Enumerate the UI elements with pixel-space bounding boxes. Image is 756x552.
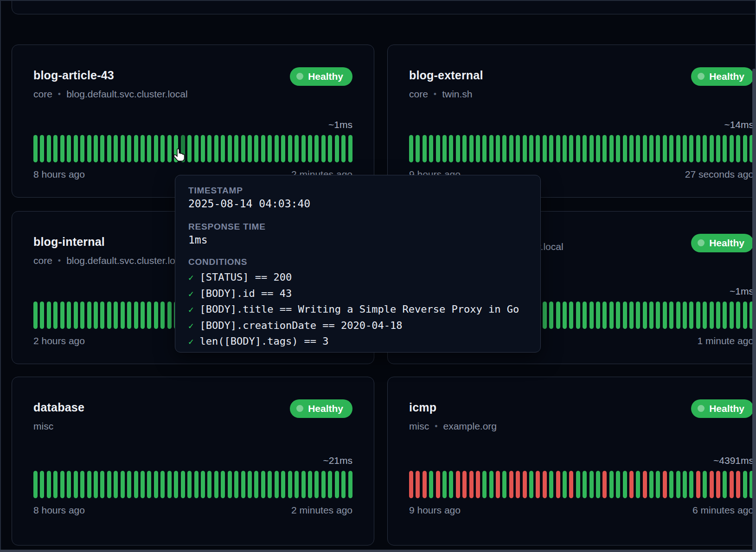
uptime-bar[interactable]: [416, 471, 420, 498]
uptime-bar[interactable]: [141, 471, 145, 498]
uptime-bar[interactable]: [636, 471, 640, 498]
uptime-bar[interactable]: [676, 135, 680, 162]
uptime-bar[interactable]: [676, 471, 680, 498]
uptime-bar[interactable]: [80, 471, 84, 498]
uptime-bar[interactable]: [248, 135, 252, 162]
uptime-bar[interactable]: [616, 302, 620, 329]
uptime-bar[interactable]: [94, 471, 98, 498]
uptime-bar[interactable]: [743, 302, 747, 329]
uptime-bar[interactable]: [636, 302, 640, 329]
uptime-bar[interactable]: [74, 302, 78, 329]
uptime-bar[interactable]: [134, 302, 138, 329]
uptime-bar[interactable]: [160, 135, 165, 162]
uptime-bar[interactable]: [462, 471, 467, 498]
uptime-bar[interactable]: [134, 471, 138, 498]
uptime-bar[interactable]: [703, 302, 707, 329]
uptime-bar[interactable]: [476, 135, 480, 162]
uptime-bar[interactable]: [556, 135, 560, 162]
uptime-bar[interactable]: [536, 471, 540, 498]
uptime-bar[interactable]: [489, 471, 493, 498]
uptime-bar[interactable]: [80, 135, 84, 162]
uptime-bar[interactable]: [596, 471, 600, 498]
uptime-bar[interactable]: [583, 135, 587, 162]
uptime-bar[interactable]: [423, 135, 427, 162]
uptime-bar[interactable]: [53, 302, 58, 329]
uptime-bar[interactable]: [689, 302, 693, 329]
uptime-bar[interactable]: [423, 471, 427, 498]
uptime-bar[interactable]: [476, 471, 480, 498]
uptime-bar[interactable]: [194, 135, 199, 162]
uptime-bar[interactable]: [321, 471, 326, 498]
uptime-bar[interactable]: [67, 135, 71, 162]
uptime-bar[interactable]: [194, 471, 199, 498]
uptime-bar[interactable]: [496, 471, 500, 498]
uptime-bar[interactable]: [683, 471, 687, 498]
uptime-bar[interactable]: [33, 135, 38, 162]
uptime-bar[interactable]: [663, 302, 667, 329]
uptime-bar[interactable]: [436, 471, 440, 498]
uptime-bar[interactable]: [716, 135, 720, 162]
uptime-bar[interactable]: [348, 471, 352, 498]
uptime-bar[interactable]: [703, 135, 707, 162]
uptime-bar[interactable]: [583, 302, 587, 329]
uptime-bar[interactable]: [295, 135, 299, 162]
uptime-bar[interactable]: [710, 471, 714, 498]
uptime-bar[interactable]: [181, 471, 185, 498]
uptime-bar[interactable]: [616, 471, 620, 498]
uptime-bar[interactable]: [696, 302, 700, 329]
horizontal-scrollbar-thumb[interactable]: [0, 550, 756, 552]
uptime-bar[interactable]: [107, 471, 111, 498]
uptime-bar[interactable]: [589, 135, 594, 162]
uptime-bar[interactable]: [261, 471, 265, 498]
uptime-bar[interactable]: [663, 471, 667, 498]
uptime-bar[interactable]: [33, 302, 38, 329]
uptime-bar[interactable]: [80, 302, 84, 329]
uptime-bar[interactable]: [147, 135, 151, 162]
uptime-bar[interactable]: [469, 471, 474, 498]
uptime-bar[interactable]: [563, 471, 567, 498]
uptime-bar[interactable]: [543, 135, 547, 162]
uptime-bar[interactable]: [689, 135, 693, 162]
uptime-bar[interactable]: [723, 302, 727, 329]
uptime-bar[interactable]: [60, 135, 64, 162]
uptime-bar[interactable]: [636, 135, 640, 162]
uptime-bar[interactable]: [160, 302, 165, 329]
uptime-bar[interactable]: [536, 135, 540, 162]
uptime-bar[interactable]: [743, 135, 747, 162]
uptime-bar[interactable]: [87, 135, 91, 162]
uptime-bar[interactable]: [649, 135, 653, 162]
uptime-bar[interactable]: [649, 471, 653, 498]
uptime-bar[interactable]: [187, 135, 192, 162]
uptime-bar[interactable]: [549, 302, 553, 329]
uptime-bar[interactable]: [134, 135, 138, 162]
uptime-bar[interactable]: [174, 471, 178, 498]
uptime-bar[interactable]: [569, 135, 573, 162]
uptime-bar[interactable]: [549, 135, 553, 162]
uptime-bar[interactable]: [67, 302, 71, 329]
uptime-bar[interactable]: [308, 135, 312, 162]
uptime-bar[interactable]: [710, 135, 714, 162]
uptime-bar[interactable]: [696, 135, 700, 162]
uptime-bar[interactable]: [40, 135, 44, 162]
uptime-bar[interactable]: [214, 471, 218, 498]
uptime-bar[interactable]: [127, 135, 131, 162]
uptime-bar[interactable]: [114, 471, 118, 498]
uptime-bar[interactable]: [629, 302, 634, 329]
uptime-bar[interactable]: [214, 135, 218, 162]
uptime-bar[interactable]: [643, 135, 647, 162]
uptime-bar[interactable]: [730, 135, 734, 162]
uptime-bar[interactable]: [228, 471, 232, 498]
uptime-bar[interactable]: [321, 135, 326, 162]
uptime-bar[interactable]: [602, 302, 607, 329]
uptime-bar[interactable]: [596, 135, 600, 162]
uptime-bar[interactable]: [147, 302, 151, 329]
endpoint-card-partial-top[interactable]: [12, 0, 756, 14]
uptime-bar[interactable]: [669, 135, 673, 162]
uptime-bar[interactable]: [201, 135, 205, 162]
uptime-bar[interactable]: [563, 302, 567, 329]
uptime-bar[interactable]: [74, 471, 78, 498]
uptime-bar[interactable]: [502, 471, 506, 498]
uptime-bar[interactable]: [669, 302, 673, 329]
uptime-bar[interactable]: [743, 471, 747, 498]
uptime-bar[interactable]: [643, 471, 647, 498]
